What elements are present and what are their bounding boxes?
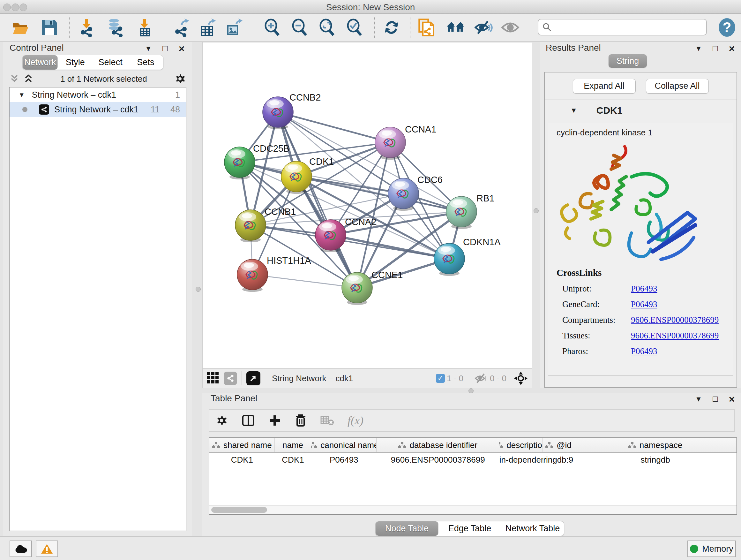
crosslink-link[interactable]: P06493 [631, 284, 657, 294]
show-all-icon[interactable] [501, 18, 520, 37]
hide-selected-icon[interactable] [474, 18, 493, 37]
network-canvas[interactable]: CCNB2CCNA1CDC25BCDK1CDC6RB1CCNB1CCNA2CDK… [203, 43, 532, 369]
create-column-icon[interactable] [268, 414, 281, 427]
crosslink-link[interactable]: 9606.ENSP00000378699 [631, 331, 719, 341]
float-panel-icon[interactable]: ▾ [144, 44, 153, 53]
crosslink-link[interactable]: P06493 [631, 347, 657, 356]
clone-network-icon[interactable] [417, 18, 436, 37]
collapse-section-icon[interactable]: ▼ [570, 106, 577, 115]
network-row[interactable]: String Network – cdk1 11 48 [10, 102, 186, 117]
network-collection-row[interactable]: ▼ String Network – cdk1 1 [10, 87, 186, 102]
import-network-from-file-icon[interactable] [77, 18, 96, 37]
crosslink-link[interactable]: 9606.ENSP00000378699 [631, 315, 719, 325]
expand-all-icon[interactable] [23, 74, 34, 84]
column-header-namespace[interactable]: namespace [574, 438, 737, 452]
show-hide-panels-icon[interactable] [446, 18, 465, 37]
gene-section-header[interactable]: ▼ CDK1 [545, 100, 737, 121]
toolbar-separator [410, 17, 410, 38]
hidden-count: 0 - 0 [490, 374, 507, 383]
cloud-services-button[interactable] [10, 541, 32, 557]
node-label-CDKN1A: CDKN1A [463, 237, 501, 247]
fit-selected-icon[interactable] [514, 371, 528, 386]
string-results-box: Expand All Collapse All ▼ CDK1 cyclin-de… [544, 72, 737, 388]
import-network-from-database-icon[interactable] [106, 18, 125, 37]
maximize-panel-icon[interactable]: □ [711, 44, 720, 53]
warnings-button[interactable] [36, 541, 58, 557]
export-image-icon[interactable] [225, 18, 243, 37]
export-table-icon[interactable] [199, 18, 217, 37]
zoom-fit-content-icon[interactable] [318, 18, 336, 37]
zoom-selected-icon[interactable] [345, 18, 364, 37]
column-header-database-identifier[interactable]: database identifier [377, 438, 499, 452]
float-panel-icon[interactable]: ▾ [694, 394, 703, 404]
tab-edge-table[interactable]: Edge Table [439, 521, 501, 536]
tab-network[interactable]: Network [23, 55, 58, 70]
delete-table-icon [320, 415, 334, 426]
gear-icon[interactable] [174, 72, 186, 85]
memory-button[interactable]: Memory [687, 541, 736, 557]
node-label-CCNB2: CCNB2 [289, 92, 321, 103]
refresh-view-icon[interactable] [382, 18, 401, 37]
zoom-out-icon[interactable] [290, 18, 309, 37]
selected-checkbox-icon[interactable]: ✓ [436, 374, 445, 383]
tab-style[interactable]: Style [58, 55, 93, 70]
export-network-icon[interactable] [172, 18, 191, 37]
string-network-icon [39, 105, 49, 115]
column-header-description[interactable]: description [499, 438, 543, 452]
zoom-in-icon[interactable] [263, 18, 281, 37]
column-header-canonical-name[interactable]: canonical name [311, 438, 377, 452]
node-CDC6[interactable] [388, 178, 419, 211]
help-icon[interactable]: ? [719, 18, 735, 37]
grid-view-icon[interactable] [207, 372, 220, 385]
save-session-icon[interactable] [40, 18, 59, 37]
close-panel-icon[interactable]: × [177, 44, 186, 53]
tab-string[interactable]: String [609, 54, 647, 68]
panel-divider-handle[interactable] [196, 287, 201, 292]
show-columns-icon[interactable] [242, 414, 255, 427]
tab-select[interactable]: Select [93, 55, 128, 70]
open-session-icon[interactable] [11, 18, 30, 37]
node-HIST1H1A[interactable] [237, 259, 268, 292]
column-header-shared-name[interactable]: shared name [209, 438, 275, 452]
float-panel-icon[interactable]: ▾ [694, 44, 703, 53]
close-panel-icon[interactable]: × [727, 44, 737, 53]
cloud-icon [14, 544, 27, 553]
close-panel-icon[interactable]: × [727, 395, 737, 403]
expand-all-button[interactable]: Expand All [573, 79, 636, 94]
node-RB1[interactable] [446, 196, 477, 229]
tab-node-table[interactable]: Node Table [376, 521, 439, 536]
tree-expander-icon[interactable]: ▼ [18, 91, 25, 99]
delete-column-icon[interactable] [294, 414, 307, 427]
node-CCNB2[interactable] [263, 97, 293, 129]
node-table[interactable]: shared namenamecanonical namedatabase id… [209, 437, 737, 515]
table-settings-gear-icon[interactable] [215, 414, 228, 427]
crosslink-row: Compartments:9606.ENSP00000378699 [556, 315, 719, 325]
table-row[interactable]: CDK1CDK1P064939606.ENSP00000378699cyclin… [209, 453, 737, 467]
table-horizontal-scrollbar[interactable] [209, 505, 737, 514]
column-header-name[interactable]: name [275, 438, 312, 452]
edge-CCNB2-CCNA1[interactable] [278, 112, 390, 142]
column-header-@id[interactable]: @id [543, 438, 574, 452]
node-CDKN1A[interactable] [434, 243, 465, 276]
tab-network-table[interactable]: Network Table [501, 521, 564, 536]
node-CCNA1[interactable] [375, 127, 406, 160]
maximize-panel-icon[interactable]: □ [160, 44, 170, 53]
toolbar-search[interactable] [538, 19, 707, 36]
tab-sets[interactable]: Sets [128, 55, 163, 70]
maximize-panel-icon[interactable]: □ [711, 394, 720, 404]
panel-divider-handle[interactable] [534, 208, 539, 213]
column-label: namespace [639, 440, 682, 450]
edge-HIST1H1A-CCNE1[interactable] [253, 274, 357, 288]
crosslink-link[interactable]: P06493 [631, 300, 657, 309]
collapse-all-icon[interactable] [9, 74, 20, 84]
collapse-all-button[interactable]: Collapse All [646, 79, 709, 94]
network-overview-icon[interactable] [224, 372, 237, 385]
network-collection-label: String Network – cdk1 [32, 90, 175, 100]
crosslink-row: Pharos:P06493 [556, 347, 719, 356]
search-input[interactable] [552, 22, 693, 33]
open-in-new-window-icon[interactable] [246, 371, 260, 385]
import-table-from-file-icon[interactable] [135, 18, 154, 37]
node-CCNE1[interactable] [342, 272, 373, 305]
node-CCNB1[interactable] [235, 210, 266, 242]
scrollbar-thumb[interactable] [211, 507, 267, 513]
